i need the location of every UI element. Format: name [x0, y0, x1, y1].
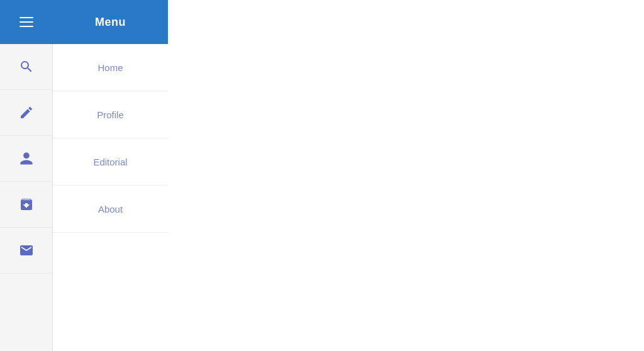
sidebar-item-search[interactable]	[0, 44, 53, 90]
menu-header: Menu	[53, 0, 168, 44]
person-icon	[19, 151, 34, 166]
menu-item-editorial-label: Editorial	[93, 157, 127, 167]
archive-icon	[19, 197, 34, 212]
sidebar-item-archive[interactable]	[0, 182, 53, 228]
menu-title: Menu	[95, 16, 126, 29]
mail-icon	[19, 243, 34, 258]
sidebar-item-edit[interactable]	[0, 90, 53, 136]
icon-sidebar	[0, 0, 53, 351]
menu-panel: Menu Home Profile Editorial About	[53, 0, 168, 351]
sidebar-header[interactable]	[0, 0, 53, 44]
menu-item-about-label: About	[98, 204, 123, 214]
menu-item-about[interactable]: About	[53, 186, 168, 233]
search-icon	[19, 59, 34, 74]
menu-item-profile[interactable]: Profile	[53, 91, 168, 138]
sidebar-item-user[interactable]	[0, 136, 53, 182]
sidebar-item-mail[interactable]	[0, 228, 53, 274]
hamburger-icon[interactable]	[19, 17, 33, 27]
menu-item-home-label: Home	[97, 62, 123, 73]
edit-icon	[19, 105, 34, 120]
menu-item-editorial[interactable]: Editorial	[53, 138, 168, 186]
menu-item-profile-label: Profile	[97, 109, 124, 120]
menu-item-home[interactable]: Home	[53, 44, 168, 91]
main-content	[168, 0, 644, 351]
